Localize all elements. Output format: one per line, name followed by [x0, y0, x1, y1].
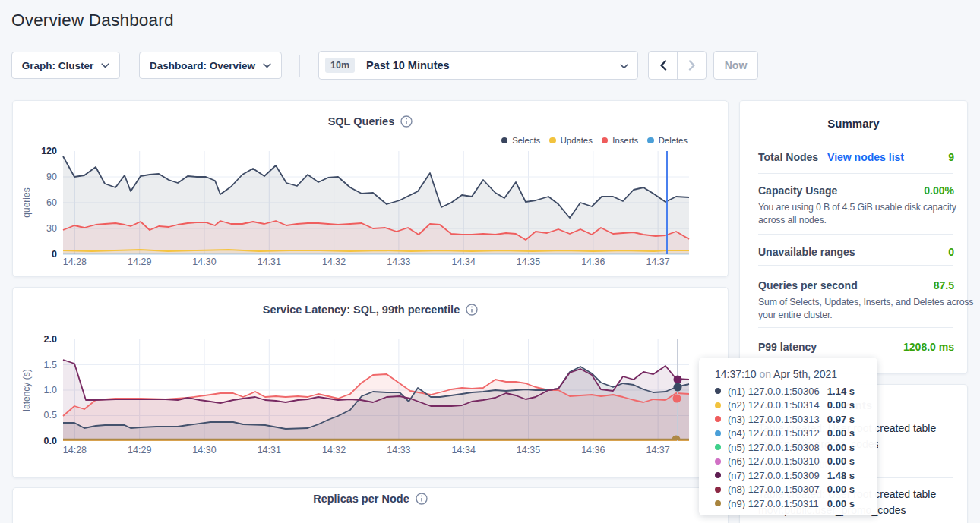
- svg-text:14:30: 14:30: [192, 445, 216, 455]
- svg-text:0.5: 0.5: [44, 410, 57, 421]
- svg-text:1.0: 1.0: [44, 385, 57, 395]
- svg-text:14:37: 14:37: [646, 257, 669, 267]
- svg-text:14:28: 14:28: [63, 445, 87, 455]
- svg-text:latency (s): latency (s): [21, 369, 32, 411]
- svg-text:14:33: 14:33: [387, 445, 410, 455]
- svg-text:14:30: 14:30: [192, 257, 216, 267]
- svg-text:14:34: 14:34: [452, 257, 476, 267]
- svg-text:30: 30: [46, 223, 57, 234]
- svg-text:0.0: 0.0: [44, 436, 57, 446]
- svg-text:90: 90: [46, 172, 57, 182]
- svg-text:14:33: 14:33: [387, 257, 410, 267]
- svg-text:14:34: 14:34: [452, 445, 476, 455]
- svg-text:14:29: 14:29: [128, 445, 151, 455]
- svg-text:14:37: 14:37: [646, 445, 669, 455]
- svg-text:60: 60: [46, 197, 57, 208]
- svg-text:0: 0: [52, 249, 57, 260]
- svg-text:14:31: 14:31: [258, 257, 281, 267]
- svg-text:14:32: 14:32: [322, 257, 346, 267]
- svg-text:14:31: 14:31: [258, 445, 281, 455]
- svg-text:14:36: 14:36: [581, 445, 605, 455]
- svg-text:14:29: 14:29: [128, 257, 151, 267]
- svg-text:14:35: 14:35: [517, 257, 540, 267]
- svg-text:queries: queries: [21, 187, 32, 217]
- svg-text:14:35: 14:35: [517, 445, 540, 455]
- svg-text:120: 120: [41, 146, 57, 156]
- svg-text:14:32: 14:32: [322, 445, 346, 455]
- svg-text:14:36: 14:36: [581, 257, 605, 267]
- svg-text:2.0: 2.0: [44, 334, 57, 345]
- svg-text:14:28: 14:28: [63, 257, 87, 267]
- svg-text:1.5: 1.5: [44, 360, 57, 370]
